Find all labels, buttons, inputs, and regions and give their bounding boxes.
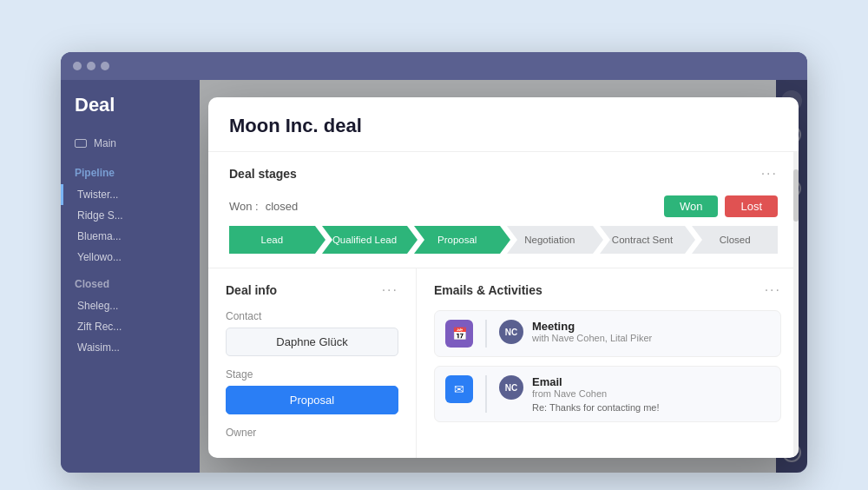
deal-info-title: Deal info [226, 283, 277, 297]
pipeline-section-label: Pipeline [61, 156, 200, 184]
sidebar-item-blue[interactable]: Bluema... [61, 226, 200, 247]
email-icon-wrap: ✉ [445, 375, 473, 403]
table-icon [75, 139, 87, 148]
lost-button[interactable]: Lost [725, 195, 778, 217]
sidebar-item-zift[interactable]: Zift Rec... [61, 316, 200, 337]
deal-info-more-button[interactable]: ··· [382, 282, 398, 298]
main-content: ··· ∧ + + Moon Inc. deal [200, 80, 807, 473]
stage-negotiation[interactable]: Negotiation [507, 226, 593, 254]
browser-titlebar [61, 52, 807, 80]
modal-header: Moon Inc. deal [208, 97, 799, 152]
meeting-subtitle: with Nave Cohen, Lital Piker [532, 333, 770, 343]
two-col-section: Deal info ··· Contact Daphne Glück Stage… [208, 268, 799, 458]
deal-stages-section: Deal stages ··· Won : closed [208, 152, 799, 268]
email-title: Email [532, 375, 770, 388]
closed-status: closed [266, 200, 299, 213]
browser-dot-3 [101, 62, 109, 70]
modal-dialog: Moon Inc. deal Deal stages ··· [208, 97, 799, 458]
stage-label: Stage [226, 368, 398, 381]
owner-label: Owner [226, 427, 398, 439]
contact-label: Contact [226, 310, 398, 322]
modal-body[interactable]: Deal stages ··· Won : closed [208, 152, 799, 458]
sidebar-item-twister[interactable]: Twister... [61, 184, 200, 205]
emails-activities-more-button[interactable]: ··· [765, 282, 781, 298]
emails-activities-column: Emails & Activities ··· 📅 [417, 268, 799, 458]
stages-pipeline: Lead Qualified Lead Proposal [229, 226, 778, 254]
email-icon: ✉ [454, 382, 464, 396]
deal-stages-header: Deal stages ··· [229, 166, 778, 182]
scrollbar-track [793, 152, 799, 458]
stage-closed[interactable]: Closed [692, 226, 778, 254]
main-nav-label: Main [94, 137, 116, 149]
modal-backdrop: Moon Inc. deal Deal stages ··· [200, 80, 807, 473]
deal-info-column: Deal info ··· Contact Daphne Glück Stage… [208, 268, 417, 458]
timeline-line-2 [485, 375, 487, 413]
stage-contract-sent[interactable]: Contract Sent [600, 226, 686, 254]
sidebar-item-yellow[interactable]: Yellowo... [61, 247, 200, 268]
modal-title: Moon Inc. deal [229, 115, 778, 137]
stage-value[interactable]: Proposal [226, 386, 398, 414]
calendar-icon: 📅 [452, 327, 467, 341]
stage-lead[interactable]: Lead [229, 226, 315, 254]
won-label: Won : [229, 200, 259, 213]
activity-email[interactable]: ✉ NC Email from Nave Cohen [434, 366, 781, 422]
sidebar: Deal Main Pipeline Twister... Ridge S...… [61, 80, 200, 473]
meeting-icon-wrap: 📅 [445, 320, 473, 348]
meeting-content: Meeting with Nave Cohen, Lital Piker [532, 320, 770, 348]
stage-qualified-lead[interactable]: Qualified Lead [322, 226, 408, 254]
closed-section-label: Closed [61, 268, 200, 295]
browser-window: Deal Main Pipeline Twister... Ridge S...… [61, 52, 807, 473]
browser-dot-2 [87, 62, 95, 70]
won-button[interactable]: Won [664, 195, 719, 217]
meeting-title: Meeting [532, 320, 770, 333]
sidebar-item-ridge[interactable]: Ridge S... [61, 205, 200, 226]
sidebar-main-nav[interactable]: Main [61, 130, 200, 156]
email-content: Email from Nave Cohen Re: Thanks for con… [532, 375, 770, 413]
deal-info-header: Deal info ··· [226, 282, 398, 298]
scrollbar-thumb[interactable] [793, 169, 799, 222]
stage-proposal[interactable]: Proposal [414, 226, 500, 254]
app-title: Deal [61, 94, 200, 130]
sidebar-item-sheleg[interactable]: Sheleg... [61, 295, 200, 316]
contact-value[interactable]: Daphne Glück [226, 328, 398, 356]
timeline-line [485, 320, 487, 348]
meeting-avatar: NC [499, 320, 523, 344]
sidebar-item-waisim[interactable]: Waisim... [61, 337, 200, 358]
app-area: Deal Main Pipeline Twister... Ridge S...… [61, 80, 807, 473]
deal-stages-title: Deal stages [229, 167, 297, 181]
email-avatar: NC [499, 375, 523, 400]
browser-dot-1 [73, 62, 82, 70]
emails-activities-title: Emails & Activities [434, 283, 542, 297]
emails-activities-header: Emails & Activities ··· [434, 282, 781, 298]
activity-meeting[interactable]: 📅 NC Meeting with Nave Cohen [434, 310, 781, 357]
deal-stages-more-button[interactable]: ··· [761, 166, 778, 182]
email-preview: Re: Thanks for contacting me! [532, 402, 770, 413]
email-subtitle: from Nave Cohen [532, 388, 770, 399]
